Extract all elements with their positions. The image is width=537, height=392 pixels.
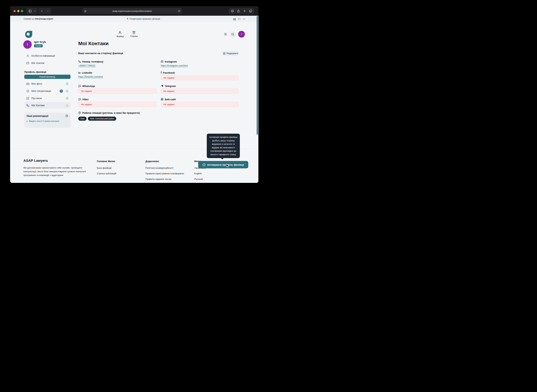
sidebar-user-badge: Профі [34, 44, 43, 47]
tab-overview-icon[interactable] [248, 8, 254, 14]
browser-titlebar: asap.expert/ua/account/profile/contacts [10, 6, 258, 16]
contact-email[interactable]: info@asap.expert [35, 18, 53, 20]
specialization-count-badge: 8 [60, 89, 63, 93]
work-location-section: Робоча локація (регіони, в яких Ви працю… [78, 111, 140, 121]
expert-status-button[interactable]: Новий фахівець [24, 75, 71, 79]
sidebar-item-label: Особиста інформація [31, 54, 55, 57]
phone-icon [26, 104, 29, 107]
facebook-empty-value: Не задано [161, 75, 239, 80]
sidebar-item-my-contacts[interactable]: Мої Контаки [24, 102, 71, 109]
help-icon[interactable] [66, 115, 68, 117]
nav-item-fahivtsi[interactable]: Фахівці [114, 31, 127, 37]
page-content: Contact us info@asap.expert Плафторма пр… [10, 16, 258, 183]
instagram-link[interactable]: https://instagram.com/test [161, 64, 188, 67]
url-text: asap.expert/ua/account/profile/contacts [88, 10, 176, 12]
instagram-icon [161, 60, 163, 63]
map-pin-icon [78, 112, 81, 114]
footer-link-lang-russian[interactable]: Русский [194, 178, 203, 180]
edit-button-label: Редагувати [226, 52, 238, 55]
facebook-icon: f [161, 71, 162, 74]
field-label: LinkedIn [82, 71, 92, 74]
contact-label: Contact us [24, 18, 34, 20]
recommendations-box: Наші рекомендації Введіть хоча б 4 різни… [24, 112, 71, 128]
phone-link[interactable]: +380977795522 [78, 64, 95, 67]
field-label: Telegram [165, 85, 176, 88]
edit-button[interactable]: Редагувати [222, 51, 239, 56]
theme-toggle-icon[interactable] [224, 32, 227, 36]
share-icon[interactable] [236, 8, 241, 14]
forward-button[interactable] [45, 8, 51, 14]
linkedin-icon: in [78, 71, 80, 74]
fire-icon [126, 17, 128, 20]
footer-link-service-rules[interactable]: Правила надання послуг [145, 178, 172, 180]
nav-item-strichka[interactable]: Стрічка [127, 31, 140, 37]
feed-icon [132, 31, 136, 34]
recommendation-text: Введіть хоча б 4 різних контакти [29, 120, 59, 122]
sidebar-toggle-group [26, 8, 38, 14]
location-chip: Київ. Голосіївський район [88, 117, 116, 121]
field-website: Веб-сайт Не задано [161, 98, 239, 107]
footer-link-experts-db[interactable]: База фахівців [97, 167, 112, 169]
lang-ru[interactable]: ru [243, 18, 245, 20]
website-empty-value: Не задано [161, 102, 239, 107]
globe-icon [161, 98, 163, 101]
minimize-window-button[interactable] [17, 10, 19, 12]
task-check-icon [26, 90, 29, 93]
field-phone: Номер телефону +380977795522 [78, 60, 156, 67]
lang-ua[interactable]: ua [233, 18, 236, 20]
nav-buttons-group [38, 8, 51, 14]
field-label: Instagram [165, 60, 177, 63]
scrollbar-thumb[interactable] [257, 16, 258, 135]
footer-link-privacy-policy[interactable]: Політика конфіденційності [145, 167, 173, 169]
bullet-dot [27, 121, 27, 122]
edit-icon [223, 52, 226, 55]
user-avatar[interactable]: I [238, 31, 245, 37]
search-button[interactable] [230, 31, 236, 37]
field-telegram: Telegram Не задано [161, 84, 239, 93]
sidebar-item-label: Мої Контаки [31, 104, 64, 107]
sidebar-item-label: Моє фото [31, 82, 64, 85]
footer-link-lang-english[interactable]: English [194, 172, 202, 175]
downloads-icon[interactable] [229, 8, 236, 14]
reader-view-icon[interactable] [82, 8, 88, 14]
nav-label: Фахівці [117, 35, 124, 37]
activate-profile-button[interactable]: Активувати профіль фахівця [198, 161, 248, 168]
field-label: Номер телефону [82, 60, 103, 63]
sidebar-item-about-me[interactable]: Про мене [24, 95, 71, 102]
toolbar-right-group [229, 8, 254, 14]
new-tab-icon[interactable] [241, 8, 248, 14]
sidebar-toggle-icon[interactable] [27, 8, 33, 14]
sidebar-item-payments[interactable]: Мої платежі [24, 60, 71, 66]
telegram-icon [161, 85, 163, 87]
field-label: Facebook [163, 71, 175, 74]
fullscreen-window-button[interactable] [21, 10, 23, 12]
field-whatsapp: WhatsApp Не задано [78, 84, 156, 93]
sidebar-item-personal-info[interactable]: Особиста інформація [24, 53, 71, 59]
site-tagline: Плафторма правових фіхівців [126, 17, 160, 20]
page-title: Мої Контаки [78, 41, 109, 46]
reload-icon[interactable] [176, 8, 182, 14]
linkedin-link[interactable]: https://linkedin.com/test [78, 75, 103, 78]
user-icon [26, 54, 29, 57]
lang-en[interactable]: en [238, 18, 240, 20]
footer-link-publications-feed[interactable]: Стрічка публікацій [97, 172, 116, 175]
sidebar-user-name: Igor Gryb [34, 40, 46, 43]
back-button[interactable] [39, 8, 45, 14]
field-viber: Viber Не задано [78, 98, 156, 107]
footer-link-platform-rules[interactable]: Правила користування платформою [145, 172, 184, 175]
sidebar-item-my-specialization[interactable]: Моя спеціалізація 8 [24, 88, 71, 94]
camera-icon [26, 82, 29, 85]
asap-logo[interactable] [25, 30, 33, 38]
page-subtitle: Ваші контакти на сторінці фахівця [78, 52, 123, 55]
sidebar-item-my-photo[interactable]: Моє фото [24, 80, 71, 87]
address-bar[interactable]: asap.expert/ua/account/profile/contacts [82, 8, 182, 14]
credit-card-icon [26, 62, 29, 65]
close-window-button[interactable] [14, 10, 16, 12]
footer-column-title-main-menu: Головне Меню [97, 160, 115, 163]
chevron-down-icon[interactable] [33, 8, 37, 14]
check-circle-icon [203, 163, 206, 166]
tagline-text: Плафторма правових фіхівців [130, 18, 160, 20]
window-controls [14, 10, 23, 12]
field-instagram: Instagram https://instagram.com/test [161, 60, 239, 67]
contact-info: Contact us info@asap.expert [24, 18, 53, 20]
